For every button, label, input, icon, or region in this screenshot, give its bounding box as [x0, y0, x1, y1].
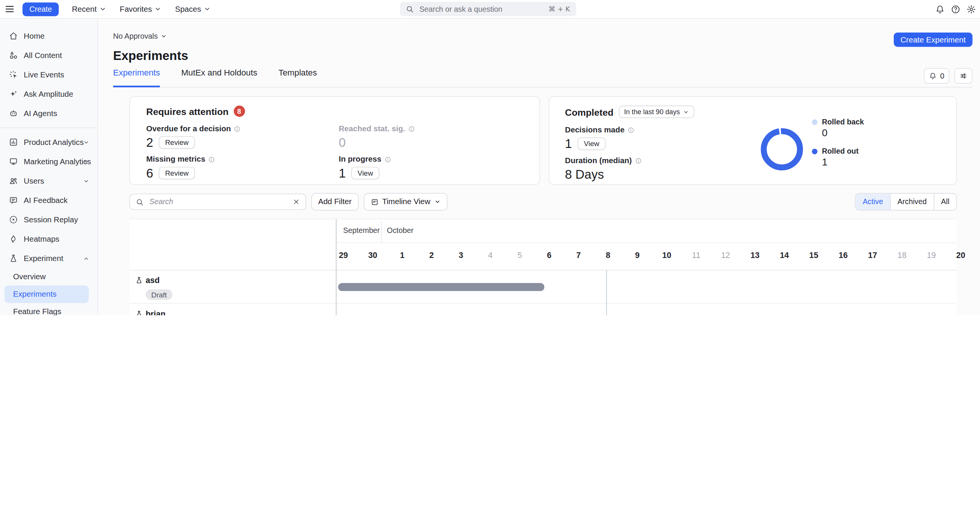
sidebar-item-heatmaps[interactable]: Heatmaps: [0, 229, 97, 249]
day-label-3: 3: [452, 251, 470, 260]
create-button[interactable]: Create: [22, 2, 59, 16]
clear-search-icon[interactable]: [293, 198, 300, 206]
menu-label: Favorites: [120, 5, 152, 13]
sidebar-divider: [0, 127, 97, 128]
bell-count: 0: [940, 72, 944, 81]
sidebar-item-experiment[interactable]: Experiment: [0, 249, 97, 268]
sidebar-item-marketing-analytics[interactable]: Marketing Analytics: [0, 152, 97, 171]
day-label-11: 11: [687, 251, 706, 260]
topbar-menus: RecentFavoritesSpaces: [65, 0, 217, 18]
settings-gear-icon[interactable]: [966, 4, 976, 14]
chevron-down-icon: [161, 33, 167, 39]
sidebar: HomeAll ContentLive EventsAsk AmplitudeA…: [0, 18, 98, 315]
sidebar-item-all-content[interactable]: All Content: [0, 46, 97, 65]
sidebar-item-home[interactable]: Home: [0, 26, 97, 46]
search-icon: [406, 5, 414, 13]
metric-label: Overdue for a decision: [146, 124, 231, 133]
global-search-input[interactable]: [418, 4, 549, 14]
flask-icon: [135, 310, 143, 315]
chevron-down-icon: [83, 139, 89, 145]
metric-action-button[interactable]: View: [578, 137, 606, 150]
metric-value: 8 Days: [565, 167, 604, 181]
month-divider: [381, 222, 382, 242]
day-label-4: 4: [481, 251, 500, 260]
experiment-name[interactable]: brian: [146, 309, 165, 315]
notifications-count-button[interactable]: 0: [924, 68, 949, 84]
approvals-dropdown[interactable]: No Approvals: [113, 32, 167, 41]
sidebar-item-live-events[interactable]: Live Events: [0, 65, 97, 84]
legend-value: 1: [822, 157, 864, 168]
tab-templates[interactable]: Templates: [278, 68, 317, 87]
home-icon: [9, 31, 18, 41]
day-label-1: 1: [393, 251, 411, 260]
gantt-bar-asd[interactable]: [338, 283, 545, 290]
all-content-icon: [9, 51, 18, 60]
experiment-search-input[interactable]: [148, 197, 292, 207]
sidebar-item-label: Product Analytics: [24, 138, 84, 146]
notifications-bell-icon[interactable]: [935, 4, 945, 14]
sidebar-item-feature-flags[interactable]: Feature Flags: [0, 303, 97, 315]
metric-action-button[interactable]: Review: [159, 136, 195, 149]
date-range-dropdown[interactable]: In the last 90 days: [618, 105, 694, 118]
display-settings-button[interactable]: [954, 68, 972, 84]
hamburger-menu-icon[interactable]: [5, 4, 15, 14]
topbar-menu-favorites[interactable]: Favorites: [113, 0, 168, 18]
timeline-view-label: Timeline View: [382, 197, 430, 206]
chevron-down-icon: [434, 199, 440, 205]
segment-archived[interactable]: Archived: [891, 194, 934, 210]
ai-feedback-icon: [9, 195, 18, 205]
topbar-menu-recent[interactable]: Recent: [65, 0, 113, 18]
tabs-actions: 0: [924, 68, 972, 84]
experiment-name[interactable]: asd: [146, 275, 160, 285]
metric-decisions-made: Decisions made1View: [565, 125, 941, 151]
timeline-view-dropdown[interactable]: Timeline View: [364, 193, 447, 211]
sidebar-item-overview[interactable]: Overview: [0, 268, 97, 285]
metric-value: 0: [339, 135, 346, 149]
metric-value: 1: [339, 166, 346, 180]
help-icon[interactable]: [951, 4, 961, 14]
sidebar-item-label: Ask Amplitude: [24, 89, 73, 98]
menu-label: Recent: [72, 5, 96, 13]
session-replay-icon: [9, 215, 18, 224]
status-label: Draft: [151, 291, 167, 298]
completed-metrics: Decisions made1ViewDuration (median)8 Da…: [565, 125, 941, 181]
add-filter-label: Add Filter: [318, 197, 352, 206]
topbar-menu-spaces[interactable]: Spaces: [168, 0, 218, 18]
info-icon: [408, 125, 415, 132]
tab-experiments[interactable]: Experiments: [113, 68, 160, 87]
tab-mutex-and-holdouts[interactable]: MutEx and Holdouts: [181, 68, 257, 87]
sidebar-item-ai-agents[interactable]: AI Agents: [0, 103, 97, 123]
chevron-down-icon: [83, 158, 89, 164]
months-row: SeptemberOctober: [129, 219, 957, 243]
attention-count-badge: 8: [234, 105, 245, 117]
sidebar-item-users[interactable]: Users: [0, 171, 97, 190]
info-icon: [385, 156, 391, 163]
add-filter-button[interactable]: Add Filter: [311, 193, 358, 211]
sidebar-item-product-analytics[interactable]: Product Analytics: [0, 132, 97, 152]
sidebar-item-ai-feedback[interactable]: AI Feedback: [0, 190, 97, 210]
approvals-row: No Approvals: [113, 32, 972, 41]
sidebar-item-label: Users: [24, 176, 45, 185]
dates-row: 29301234567891011121314151617181920: [129, 243, 957, 270]
segment-all[interactable]: All: [934, 194, 956, 210]
create-experiment-button[interactable]: Create Experiment: [894, 33, 972, 47]
metric-duration-median-: Duration (median)8 Days: [565, 156, 941, 181]
donut-legend: Rolled back0Rolled out1: [812, 117, 864, 176]
filter-row: Add Filter Timeline View ActiveArchivedA…: [129, 193, 957, 211]
metric-reached-stat-sig-: Reached stat. sig.0: [339, 124, 523, 149]
gantt-row-brian[interactable]: brianDraft: [129, 304, 957, 315]
metric-value: 1: [565, 137, 572, 151]
metric-action-button[interactable]: View: [352, 167, 380, 179]
metric-action-button[interactable]: Review: [159, 167, 195, 179]
sidebar-item-ask-amplitude[interactable]: Ask Amplitude: [0, 84, 97, 103]
sidebar-item-experiments[interactable]: Experiments: [5, 286, 89, 303]
legend-value: 0: [822, 127, 864, 139]
segment-active[interactable]: Active: [856, 194, 891, 210]
gantt-rows: asdDraftbrianDraftkevinp-experiment-01Co…: [129, 270, 957, 315]
product-analytics-icon: [9, 137, 18, 147]
day-label-15: 15: [804, 251, 823, 260]
sidebar-item-session-replay[interactable]: Session Replay: [0, 210, 97, 229]
experiment-search[interactable]: [129, 194, 306, 210]
metric-value: 6: [146, 166, 153, 180]
global-search[interactable]: ⌘ + K: [400, 2, 576, 16]
